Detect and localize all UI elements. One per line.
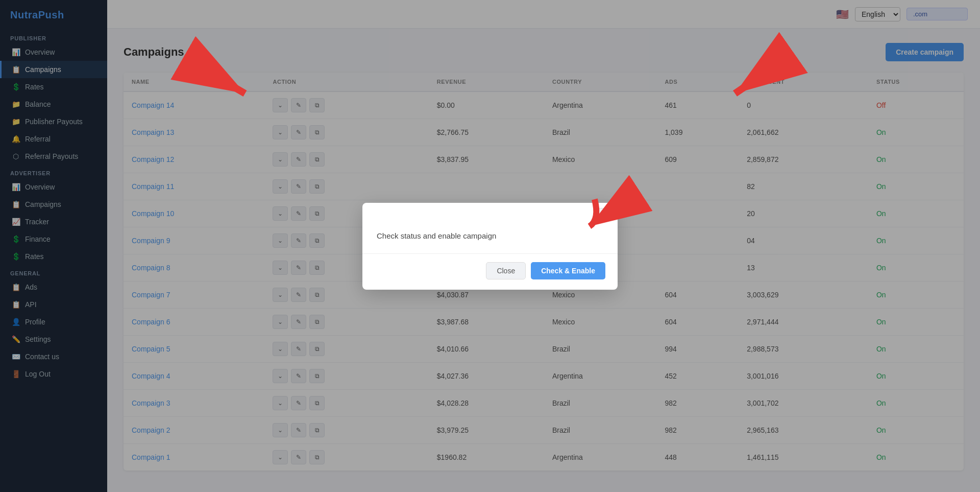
modal-body-text: Check status and enable campaign [377,231,603,240]
modal-close-x-button[interactable]: × [597,208,610,221]
modal-close-button[interactable]: Close [486,262,526,279]
modal-check-enable-button[interactable]: Check & Enable [531,262,605,279]
modal-dialog: × Check status and enable campaign Close… [362,203,618,290]
modal-footer: Close Check & Enable [362,253,618,290]
modal-body: Check status and enable campaign [362,221,618,245]
modal-overlay[interactable]: × Check status and enable campaign Close… [0,0,980,492]
modal-header: × [362,203,618,221]
